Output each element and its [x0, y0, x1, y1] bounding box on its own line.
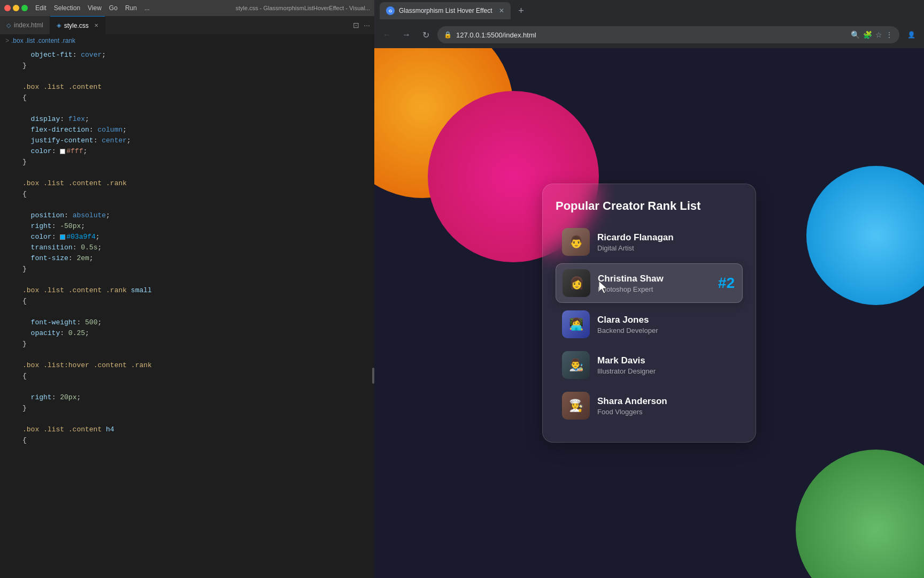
url-text: 127.0.0.1:5500/index.html: [456, 31, 846, 39]
code-line: {: [0, 435, 374, 446]
split-editor-icon[interactable]: ⊡: [353, 21, 359, 29]
avatar: 👩: [563, 269, 590, 297]
code-line: [0, 168, 374, 178]
refresh-button[interactable]: ↻: [418, 27, 433, 42]
close-button[interactable]: [4, 5, 11, 11]
list-role: Illustrator Designer: [597, 367, 736, 375]
new-tab-button[interactable]: +: [514, 3, 529, 18]
browser-content: Popular Creator Rank List 👨 Ricardo Flan…: [374, 48, 924, 578]
code-line: opacity: 0.25;: [0, 328, 374, 339]
extensions-icon[interactable]: 🧩: [863, 31, 872, 39]
browser-tab-title: Glassmorphism List Hover Effect: [399, 7, 492, 14]
code-line: [0, 307, 374, 317]
avatar: 👨: [562, 228, 590, 256]
maximize-button[interactable]: [21, 5, 28, 11]
more-browser-icon[interactable]: ⋮: [886, 31, 893, 39]
browser-favicon: G: [386, 6, 395, 15]
css-icon: ◈: [57, 22, 61, 29]
code-line: right: 20px;: [0, 392, 374, 403]
code-line: .box .list .content: [0, 82, 374, 93]
code-line: [0, 103, 374, 114]
code-line: }: [0, 403, 374, 414]
list-content: Mark Davis Illustrator Designer: [597, 355, 736, 375]
forward-button[interactable]: →: [399, 27, 414, 42]
avatar: 👩‍💻: [562, 310, 590, 338]
tab-close-icon[interactable]: ✕: [94, 22, 98, 28]
browser-tab-close-icon[interactable]: ✕: [499, 7, 504, 14]
browser-action-buttons: 👤: [904, 27, 919, 42]
code-line: }: [0, 157, 374, 168]
menu-run[interactable]: Run: [125, 4, 137, 12]
code-line: }: [0, 264, 374, 275]
minimize-button[interactable]: [13, 5, 19, 11]
code-line: .box .list .content .rank: [0, 178, 374, 189]
code-line: [0, 275, 374, 285]
list-rank: #2: [718, 275, 735, 292]
more-actions-icon[interactable]: ···: [364, 21, 370, 29]
list-name: Clara Jones: [597, 315, 736, 325]
code-line: [0, 71, 374, 82]
code-line: right: -50px;: [0, 221, 374, 232]
code-editor[interactable]: object-fit: cover; } .box .list .content…: [0, 47, 374, 578]
html-icon: ◇: [6, 22, 11, 29]
tab-actions: ⊡ ···: [353, 16, 374, 34]
list-role: Digital Artist: [597, 244, 736, 252]
menu-bar: Edit Selection View Go Run ...: [35, 4, 150, 12]
code-line: .box .list .content h4: [0, 424, 374, 435]
glass-card: Popular Creator Rank List 👨 Ricardo Flan…: [542, 184, 756, 443]
tab-css[interactable]: ◈ style.css ✕: [50, 16, 105, 34]
menu-view[interactable]: View: [88, 4, 102, 12]
list-role: Photoshop Expert: [598, 285, 736, 293]
list-item[interactable]: 👨 Ricardo Flanagan Digital Artist: [556, 223, 743, 261]
address-bar[interactable]: 🔒 127.0.0.1:5500/index.html 🔍 🧩 ☆ ⋮: [437, 26, 899, 43]
list-item[interactable]: 👩‍🍳 Shara Anderson Food Vloggers: [556, 386, 743, 425]
code-line: [0, 414, 374, 424]
list-item-hovered[interactable]: 👩 Christina Shaw Photoshop Expert #2: [556, 263, 743, 303]
lock-icon: 🔒: [444, 31, 452, 39]
code-line: .box .list .content .rank small: [0, 285, 374, 296]
code-line: display: flex;: [0, 114, 374, 125]
code-line: object-fit: cover;: [0, 50, 374, 60]
tab-css-label: style.css: [64, 22, 89, 29]
list-name: Ricardo Flanagan: [597, 232, 736, 243]
browser-tab[interactable]: G Glassmorphism List Hover Effect ✕: [380, 2, 511, 19]
code-line: }: [0, 339, 374, 349]
card-title: Popular Creator Rank List: [556, 199, 743, 213]
code-line: [0, 382, 374, 392]
back-button[interactable]: ←: [380, 27, 395, 42]
blob-blue: [806, 166, 924, 305]
menu-selection[interactable]: Selection: [54, 4, 80, 12]
code-line: }: [0, 60, 374, 71]
tab-html-label: index.html: [14, 21, 43, 29]
blob-green: [796, 450, 924, 578]
code-line: color: #fff;: [0, 146, 374, 157]
list-name: Shara Anderson: [597, 396, 736, 407]
window-controls: [4, 5, 28, 11]
tab-html[interactable]: ◇ index.html: [0, 16, 50, 34]
list-item[interactable]: 👩‍💻 Clara Jones Backend Developer: [556, 305, 743, 344]
code-line: font-weight: 500;: [0, 317, 374, 328]
code-line: [0, 349, 374, 360]
code-line: {: [0, 93, 374, 103]
browser-tab-strip: G Glassmorphism List Hover Effect ✕ +: [374, 0, 924, 21]
avatar: 👨‍🎨: [562, 351, 590, 379]
list-name: Mark Davis: [597, 355, 736, 366]
code-line: {: [0, 371, 374, 382]
breadcrumb: > .box .list .content .rank: [0, 35, 374, 47]
browser-chrome: G Glassmorphism List Hover Effect ✕ + ← …: [374, 0, 924, 48]
list-content: Shara Anderson Food Vloggers: [597, 396, 736, 416]
code-line: {: [0, 189, 374, 200]
bookmark-icon[interactable]: ☆: [875, 31, 882, 39]
menu-edit[interactable]: Edit: [35, 4, 47, 12]
menu-go[interactable]: Go: [109, 4, 118, 12]
profile-button[interactable]: 👤: [904, 27, 919, 42]
browser-nav-bar: ← → ↻ 🔒 127.0.0.1:5500/index.html 🔍 🧩 ☆ …: [374, 21, 924, 48]
demo-page: Popular Creator Rank List 👨 Ricardo Flan…: [374, 48, 924, 578]
menu-more[interactable]: ...: [144, 4, 150, 12]
code-line: color: #03a9f4;: [0, 232, 374, 242]
list-item[interactable]: 👨‍🎨 Mark Davis Illustrator Designer: [556, 346, 743, 384]
list-content: Clara Jones Backend Developer: [597, 315, 736, 334]
code-line: flex-direction: column;: [0, 125, 374, 135]
search-icon[interactable]: 🔍: [851, 31, 860, 39]
code-line: justify-content: center;: [0, 135, 374, 146]
